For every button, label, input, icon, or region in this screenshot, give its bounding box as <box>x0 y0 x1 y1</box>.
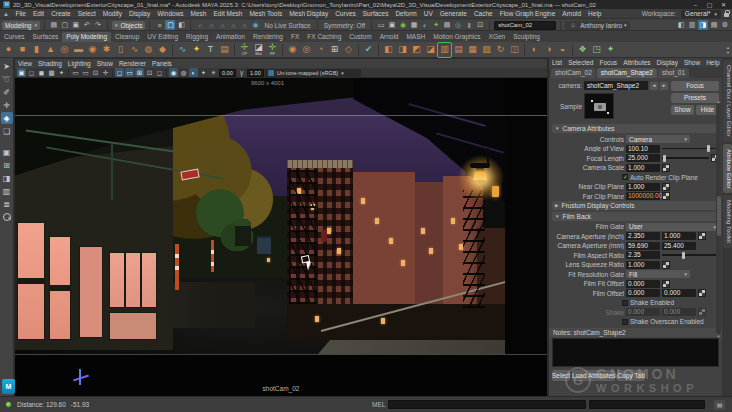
symmetry-selector[interactable]: Symmetry: Off <box>322 22 367 29</box>
panel-menu-view[interactable]: View <box>15 59 35 68</box>
bevel-icon[interactable]: ◪ <box>424 43 437 57</box>
smooth-icon[interactable]: ◔ <box>314 43 327 57</box>
layout-hypershade-persp[interactable]: ▥ <box>1 185 13 197</box>
shelf-tab-curves[interactable]: Curves <box>0 32 29 42</box>
camera-node-field[interactable]: shotCam_Shape2 <box>584 81 648 90</box>
shelf-tab-fx[interactable]: FX <box>287 32 303 42</box>
user-account-menu[interactable]: ☺Anthony Ianiro▾ <box>565 21 629 30</box>
menu-modify[interactable]: Modify <box>99 9 125 19</box>
fit-view-icon[interactable]: ▣ <box>17 68 26 77</box>
toggle-modeling-toolkit-icon[interactable]: ▤ <box>709 20 719 30</box>
two-d-pan-zoom-icon[interactable]: ✛ <box>101 68 110 77</box>
follow-focus-button[interactable]: ✛FF <box>266 43 279 57</box>
select-object-icon[interactable]: ▢ <box>165 20 175 30</box>
shelf-tab-animation[interactable]: Animation <box>212 32 249 42</box>
camera-scale-map-button[interactable] <box>662 164 670 172</box>
camera-attributes-icon[interactable]: ▭ <box>71 68 80 77</box>
script-editor-icon[interactable]: ▤ <box>714 400 725 410</box>
poly-sphere-icon[interactable]: ● <box>2 43 15 57</box>
sidebar-tab-channel-box-layer-editor[interactable]: Channel Box / Layer Editor <box>723 60 732 142</box>
near-clip-plane-field[interactable]: 1.000 <box>626 183 660 191</box>
menu-mesh[interactable]: Mesh <box>187 9 210 19</box>
bridge-icon[interactable]: ◨ <box>396 43 409 57</box>
ae-menu-list[interactable]: List <box>549 58 565 67</box>
prev-node-button[interactable]: ◄ <box>650 82 658 90</box>
redo-icon[interactable]: ↷ <box>93 20 103 30</box>
film-slate-icon[interactable]: ⊡ <box>475 20 485 30</box>
poly-soccerball-icon[interactable]: ◍ <box>142 43 155 57</box>
load-attributes-button[interactable]: Load Attributes <box>572 370 615 381</box>
motion-blur-icon[interactable]: ✦ <box>199 68 208 77</box>
render-current-frame-icon[interactable]: ▣ <box>387 20 397 30</box>
shake-map-button[interactable] <box>698 308 706 316</box>
menu-select[interactable]: Select <box>74 9 99 19</box>
layout-outliner[interactable]: ≣ <box>1 198 13 210</box>
poly-disc-icon[interactable]: ◉ <box>86 43 99 57</box>
material-button[interactable]: ◪Mat <box>252 43 265 57</box>
film-fit-offset-field[interactable]: 0.000 <box>626 280 660 288</box>
panel-menu-shading[interactable]: Shading <box>35 59 65 68</box>
mirror-icon[interactable]: ◫ <box>508 43 521 57</box>
close-button[interactable]: ✕ <box>718 1 729 8</box>
attribute-editor-scrollbar[interactable]: ▲▼ <box>716 104 721 334</box>
look-dev-icon[interactable]: ◎ <box>453 20 463 30</box>
extrude-icon[interactable]: ◧ <box>382 43 395 57</box>
separate-icon[interactable]: ◎ <box>300 43 313 57</box>
scale-tool[interactable]: ❏ <box>1 125 13 137</box>
image-plane-icon[interactable]: ⊡ <box>91 68 100 77</box>
menu-set-selector[interactable]: Modeling▾ <box>2 21 40 30</box>
gamma-field[interactable] <box>247 69 264 77</box>
xray-icon[interactable]: ◍ <box>179 68 188 77</box>
sidebar-tab-modeling-toolkit[interactable]: Modeling Toolkit <box>723 195 732 248</box>
shelf-scroll-down[interactable]: ▼ <box>726 50 730 55</box>
auto-render-clip-plane-checkbox[interactable]: ✓ <box>622 174 628 180</box>
menu-surfaces[interactable]: Surfaces <box>359 9 392 19</box>
poly-cube-icon[interactable]: ■ <box>16 43 29 57</box>
poly-helix-icon[interactable]: ∿ <box>128 43 141 57</box>
light-editor-icon[interactable]: ✦ <box>431 20 441 30</box>
film-gate-dropdown[interactable]: User▾ <box>626 223 719 231</box>
multi-cut-icon[interactable]: ◇ <box>342 43 355 57</box>
shelf-tab-arnold[interactable]: Arnold <box>376 32 403 42</box>
bookmarks-icon[interactable]: ▭ <box>81 68 90 77</box>
gate-mask-icon[interactable]: ⊞ <box>135 68 144 77</box>
poly-pipe-icon[interactable]: ▯ <box>114 43 127 57</box>
toggle-channel-box-icon[interactable]: ◧ <box>676 20 686 30</box>
menu-flow-graph-engine[interactable]: Flow Graph Engine <box>496 9 559 19</box>
select-button[interactable]: Select <box>552 370 570 381</box>
menu-arnold[interactable]: Arnold <box>559 9 585 19</box>
focal-length-slider[interactable] <box>662 154 709 162</box>
pause-viewport-icon[interactable]: ‖ <box>464 20 474 30</box>
far-clip-plane-map-button[interactable] <box>662 192 670 200</box>
isolate-select-icon[interactable]: ◉ <box>169 68 178 77</box>
notes-textarea[interactable] <box>552 338 719 367</box>
film-offset-field-2[interactable]: 0.000 <box>662 289 696 297</box>
lights-icon[interactable]: ✦ <box>57 68 66 77</box>
rotate-tool[interactable]: ◈ <box>1 112 13 124</box>
move-tool[interactable]: ✛ <box>1 99 13 111</box>
menu-curves[interactable]: Curves <box>332 9 360 19</box>
film-aspect-ratio-field[interactable]: 2.35 <box>626 251 660 259</box>
menu-mesh-display[interactable]: Mesh Display <box>286 9 332 19</box>
shelf-tab-cleanup[interactable]: Cleanup <box>111 32 143 42</box>
gamma-icon[interactable]: γ <box>237 68 246 77</box>
shelf-tab-mash[interactable]: MASH <box>402 32 429 42</box>
ae-menu-selected[interactable]: Selected <box>565 58 596 67</box>
select-component-icon[interactable]: ◧ <box>176 20 186 30</box>
shake-enabled-checkbox[interactable] <box>622 300 628 306</box>
offset-edge-loop-icon[interactable]: ▤ <box>452 43 465 57</box>
exposure-icon[interactable]: ☀ <box>209 68 218 77</box>
insert-edge-loop-icon[interactable]: ▥ <box>438 43 451 57</box>
textured-icon[interactable]: ▩ <box>47 68 56 77</box>
snap-point-icon[interactable]: ∩ <box>217 20 227 30</box>
poly-platonic-icon[interactable]: ◆ <box>156 43 169 57</box>
layout-four-pane[interactable]: ⊞ <box>1 159 13 171</box>
menu-edit[interactable]: Edit <box>29 9 47 19</box>
film-aspect-ratio-slider[interactable] <box>662 251 719 259</box>
current-camera-field[interactable] <box>494 21 556 30</box>
lasso-select-tool[interactable]: ➰ <box>1 73 13 85</box>
snap-view-plane-icon[interactable]: ∩ <box>239 20 249 30</box>
mash-network-icon[interactable]: ✦ <box>604 43 617 57</box>
maximize-button[interactable]: ▢ <box>704 1 715 8</box>
type-tool-icon[interactable]: ▤ <box>218 43 231 57</box>
